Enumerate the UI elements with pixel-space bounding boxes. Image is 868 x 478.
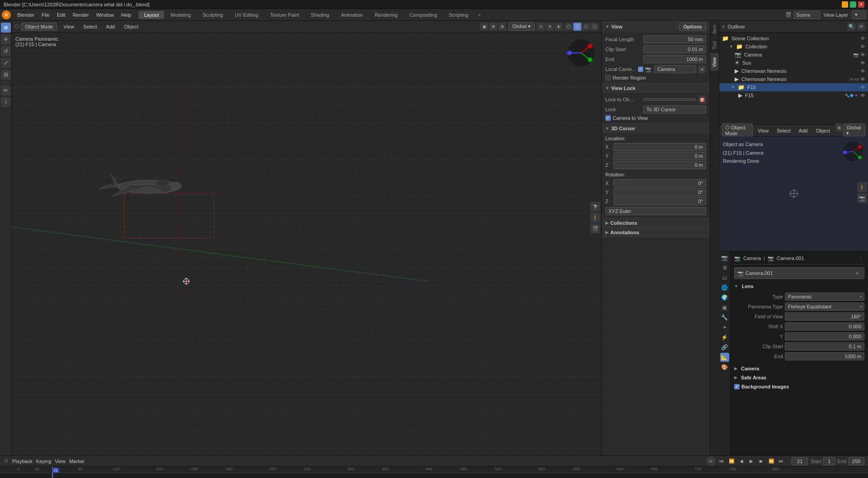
modifier-props-button[interactable]: 🔧 bbox=[720, 313, 729, 322]
object-mode-dropdown[interactable]: Object Mode bbox=[21, 23, 57, 31]
panorama-type-dropdown[interactable]: Fisheye Equidistant bbox=[785, 303, 864, 311]
particles-props-button[interactable]: ✦ bbox=[720, 323, 729, 332]
rotation-mode-dropdown[interactable]: XYZ Euler bbox=[605, 207, 706, 215]
camera-data-options[interactable]: ✕ bbox=[853, 269, 861, 277]
f15-child-item[interactable]: ▶ F15 🔧🔷🔻 👁 bbox=[719, 91, 868, 99]
physics-props-button[interactable]: ⚡ bbox=[720, 333, 729, 342]
material-mode-button[interactable]: ⬡ bbox=[582, 23, 590, 31]
camera-visibility[interactable]: 👁 bbox=[860, 52, 865, 57]
f15child-visibility[interactable]: 👁 bbox=[860, 93, 865, 98]
lens-clip-end-value[interactable]: 1000 m bbox=[785, 352, 864, 360]
object-menu-button[interactable]: Object bbox=[121, 23, 141, 30]
title-bar-controls[interactable]: ─ □ ✕ bbox=[842, 1, 864, 8]
cn1-visibility[interactable]: 👁 bbox=[860, 68, 865, 74]
safe-areas-header[interactable]: ▶ Safe Areas bbox=[734, 373, 864, 382]
menu-blender[interactable]: Blender bbox=[14, 11, 38, 19]
object-data-props-button[interactable]: 📐 bbox=[720, 353, 729, 362]
measure-tool-button[interactable]: ⌇ bbox=[1, 97, 11, 107]
fov-value[interactable]: 180° bbox=[785, 312, 864, 321]
cursor-tool-button[interactable]: ⊕ bbox=[1, 23, 11, 33]
tab-compositing[interactable]: Compositing bbox=[404, 11, 443, 19]
transform-pivot-button[interactable]: ◉ bbox=[480, 23, 488, 31]
tab-layout[interactable]: Layout bbox=[138, 11, 164, 19]
camera-name-field[interactable]: Camera bbox=[654, 65, 696, 73]
tab-uv-editing[interactable]: UV Editing bbox=[229, 11, 264, 19]
select-menu-button[interactable]: Select bbox=[80, 23, 100, 30]
move-tool-button[interactable]: ✛ bbox=[1, 34, 11, 44]
marker-menu[interactable]: Marker bbox=[69, 459, 85, 464]
jump-start-button[interactable]: ⏮ bbox=[717, 457, 726, 465]
view-menu-button[interactable]: View bbox=[61, 23, 77, 30]
camera-viewport-canvas[interactable]: Object as Camera (21) F15 | Camera Rende… bbox=[719, 137, 868, 251]
tab-modeling[interactable]: Modeling bbox=[165, 11, 196, 19]
gizmo-button[interactable]: ⊕ bbox=[546, 23, 554, 31]
clip-start-value[interactable]: 0.01 m bbox=[643, 45, 706, 53]
jump-end-button[interactable]: ⏭ bbox=[777, 457, 785, 465]
background-images-checkbox[interactable]: ✓ bbox=[734, 384, 740, 389]
viewport-canvas[interactable]: X Y Z 🔭 🚶 🎬 Camera Panoramic (21) F15 | … bbox=[12, 33, 601, 455]
sun-item[interactable]: ☀ Sun 👁 bbox=[719, 59, 868, 67]
object-props-button[interactable]: ▣ bbox=[720, 303, 729, 312]
menu-window[interactable]: Window bbox=[93, 11, 118, 19]
scene-collection-visibility[interactable]: 👁 bbox=[860, 36, 865, 41]
lock-value[interactable]: To 3D Cursor bbox=[643, 105, 706, 114]
scene-props-button[interactable]: 🌐 bbox=[720, 283, 729, 292]
n-tab-tool[interactable]: Tool bbox=[710, 37, 719, 53]
next-keyframe-button[interactable]: ⏩ bbox=[767, 457, 775, 465]
props-options-button[interactable]: ⋮ bbox=[856, 254, 864, 262]
collections-header[interactable]: ▶ Collections bbox=[602, 218, 710, 227]
collection-expand-icon[interactable]: ▼ bbox=[729, 44, 733, 49]
lens-type-dropdown[interactable]: Panoramic bbox=[785, 293, 864, 301]
chernovan-1-item[interactable]: ▶ Chernovan Nemesis 👁 bbox=[719, 67, 868, 75]
snap-button[interactable]: ⊕ bbox=[489, 23, 497, 31]
rendered-mode-button[interactable]: ⬡ bbox=[590, 23, 599, 31]
play-button[interactable]: ▶ bbox=[747, 457, 755, 465]
camera-vp-render-btn[interactable]: 📷 bbox=[857, 193, 867, 203]
xray-button[interactable]: ◐ bbox=[555, 23, 563, 31]
sun-visibility[interactable]: 👁 bbox=[860, 60, 865, 66]
timeline-scrubber[interactable]: 0 40 80 120 160 200 240 280 320 360 400 … bbox=[0, 467, 868, 478]
maximize-button[interactable]: □ bbox=[850, 1, 856, 8]
camera-vp-view[interactable]: View bbox=[755, 127, 772, 134]
global-space-dropdown[interactable]: Global ▾ bbox=[508, 22, 535, 31]
view-lock-header[interactable]: ▼ View Lock bbox=[602, 84, 710, 93]
menu-help[interactable]: Help bbox=[118, 11, 135, 19]
menu-edit[interactable]: Edit bbox=[53, 11, 69, 19]
lock-object-pick-button[interactable]: 🎯 bbox=[698, 95, 706, 104]
end-frame[interactable]: 250 bbox=[848, 457, 864, 465]
f15-group-item[interactable]: ▼ 📁 F15 👁 bbox=[719, 83, 868, 91]
n-tab-item[interactable]: Item bbox=[710, 21, 719, 37]
view-options-button[interactable]: Options bbox=[679, 23, 706, 31]
camera-close-button[interactable]: ✕ bbox=[698, 65, 706, 73]
proportional-edit-button[interactable]: ⊛ bbox=[498, 23, 506, 31]
outliner-sync-button[interactable]: ⟳ bbox=[857, 23, 865, 31]
view-section-header[interactable]: ▼ View Options bbox=[602, 21, 710, 33]
shift-y-value[interactable]: 0.000 bbox=[785, 332, 864, 341]
annotate-tool-button[interactable]: ✏ bbox=[1, 85, 11, 95]
tab-sculpting[interactable]: Sculpting bbox=[197, 11, 228, 19]
cursor-z-value[interactable]: 0 m bbox=[613, 161, 706, 169]
camera-to-view-checkbox[interactable]: ✓ bbox=[605, 115, 611, 121]
tab-scripting[interactable]: Scripting bbox=[443, 11, 474, 19]
collection-item[interactable]: ▼ 📁 Collection 👁 bbox=[719, 43, 868, 51]
lock-to-object-field[interactable] bbox=[643, 98, 696, 101]
lens-section-header[interactable]: ▼ Lens bbox=[734, 282, 864, 291]
outliner-filter-button[interactable]: 🔍 bbox=[847, 23, 855, 31]
add-workspace-button[interactable]: + bbox=[475, 11, 485, 19]
view-menu[interactable]: View bbox=[55, 459, 66, 464]
rotate-tool-button[interactable]: ↺ bbox=[1, 46, 11, 56]
close-button[interactable]: ✕ bbox=[858, 1, 864, 8]
chernovan-2-item[interactable]: ▶ Chernovan Nemesis 25 49 👁 bbox=[719, 75, 868, 83]
camera-vp-mode[interactable]: ⬡ Object Mode bbox=[722, 123, 753, 137]
tab-texture-paint[interactable]: Texture Paint bbox=[264, 11, 304, 19]
scene-selector[interactable]: Scene bbox=[793, 11, 820, 19]
render-region-checkbox[interactable] bbox=[605, 75, 611, 80]
menu-render[interactable]: Render bbox=[69, 11, 93, 19]
tab-animation[interactable]: Animation bbox=[335, 11, 368, 19]
playhead-area[interactable] bbox=[0, 473, 868, 478]
camera-switch-button[interactable]: 🔭 bbox=[590, 202, 600, 212]
add-menu-button[interactable]: Add bbox=[104, 23, 118, 30]
transform-tool-button[interactable]: ⊞ bbox=[1, 70, 11, 80]
solid-mode-button[interactable]: ⬡ bbox=[573, 23, 581, 31]
prev-frame-button[interactable]: ◀ bbox=[737, 457, 745, 465]
